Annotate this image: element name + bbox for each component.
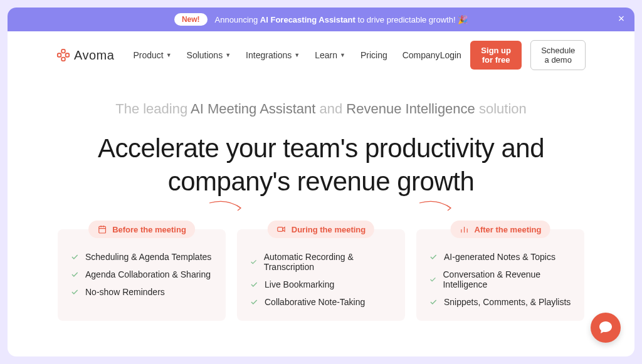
chevron-down-icon: ▼: [225, 52, 231, 58]
check-icon: [250, 280, 258, 289]
main-nav: Product▼ Solutions▼ Integrations▼ Learn▼…: [133, 50, 439, 60]
announcement-bar[interactable]: New! Announcing AI Forecasting Assistant…: [8, 8, 634, 31]
hero-heading: Accelerate your team's productivity and …: [58, 132, 584, 198]
bar-chart-icon: [460, 224, 470, 234]
site-header: Avoma Product▼ Solutions▼ Integrations▼ …: [8, 31, 634, 80]
hero-subheading: The leading AI Meeting Assistant and Rev…: [58, 101, 584, 117]
feature-list: Automatic Recording & Transcription Live…: [250, 252, 392, 307]
feature-card-before: Before the meeting Scheduling & Agenda T…: [58, 229, 226, 321]
list-item: Scheduling & Agenda Templates: [70, 252, 213, 262]
page-container: New! Announcing AI Forecasting Assistant…: [8, 8, 634, 356]
logo-icon: [56, 48, 70, 62]
feature-card-during: During the meeting Automatic Recording &…: [237, 229, 405, 321]
svg-rect-5: [278, 227, 283, 232]
logo-text: Avoma: [74, 48, 114, 63]
hero-section: The leading AI Meeting Assistant and Rev…: [8, 80, 634, 211]
check-icon: [429, 275, 436, 284]
announcement-text: Announcing AI Forecasting Assistant to d…: [215, 15, 468, 24]
card-header: After the meeting: [451, 221, 550, 238]
svg-rect-2: [58, 53, 61, 57]
feature-list: Scheduling & Agenda Templates Agenda Col…: [70, 252, 213, 297]
svg-rect-0: [61, 49, 65, 53]
feature-list: AI-generated Notes & Topics Conversation…: [429, 252, 572, 307]
check-icon: [70, 288, 79, 296]
video-icon: [276, 224, 287, 234]
check-icon: [70, 252, 79, 261]
logo[interactable]: Avoma: [56, 48, 114, 63]
check-icon: [429, 252, 438, 261]
chevron-down-icon: ▼: [294, 52, 300, 58]
svg-rect-1: [61, 58, 65, 61]
nav-item-pricing[interactable]: Pricing: [360, 50, 387, 60]
header-actions: Login Sign up for free Schedule a demo: [440, 40, 586, 70]
check-icon: [250, 298, 258, 306]
list-item: Agenda Collaboration & Sharing: [70, 269, 213, 279]
nav-item-solutions[interactable]: Solutions▼: [187, 50, 231, 60]
nav-item-integrations[interactable]: Integrations▼: [246, 50, 300, 60]
chat-widget-button[interactable]: [591, 313, 621, 343]
schedule-demo-button[interactable]: Schedule a demo: [530, 40, 586, 70]
svg-rect-3: [66, 53, 70, 57]
svg-rect-4: [99, 226, 106, 233]
list-item: Live Bookmarking: [250, 279, 392, 289]
features-row: Before the meeting Scheduling & Agenda T…: [8, 211, 634, 321]
announcement-badge: New!: [174, 13, 208, 26]
list-item: No-show Reminders: [70, 287, 213, 297]
list-item: Collaborative Note-Taking: [250, 297, 392, 307]
card-header: Before the meeting: [88, 221, 195, 238]
close-icon[interactable]: [617, 14, 626, 25]
list-item: AI-generated Notes & Topics: [429, 252, 572, 262]
check-icon: [250, 257, 258, 266]
signup-button[interactable]: Sign up for free: [470, 41, 522, 70]
chevron-down-icon: ▼: [166, 52, 172, 58]
chevron-down-icon: ▼: [340, 52, 345, 58]
card-header: During the meeting: [268, 221, 374, 238]
calendar-icon: [97, 224, 107, 234]
feature-card-after: After the meeting AI-generated Notes & T…: [416, 229, 584, 321]
check-icon: [70, 270, 79, 279]
list-item: Automatic Recording & Transcription: [250, 252, 392, 272]
list-item: Snippets, Comments, & Playlists: [429, 297, 572, 307]
check-icon: [429, 298, 438, 306]
chat-icon: [598, 320, 613, 335]
login-link[interactable]: Login: [440, 50, 461, 60]
nav-item-learn[interactable]: Learn▼: [315, 50, 345, 60]
list-item: Conversation & Revenue Intelligence: [429, 269, 572, 289]
nav-item-company[interactable]: Company: [403, 50, 440, 60]
nav-item-product[interactable]: Product▼: [133, 50, 171, 60]
